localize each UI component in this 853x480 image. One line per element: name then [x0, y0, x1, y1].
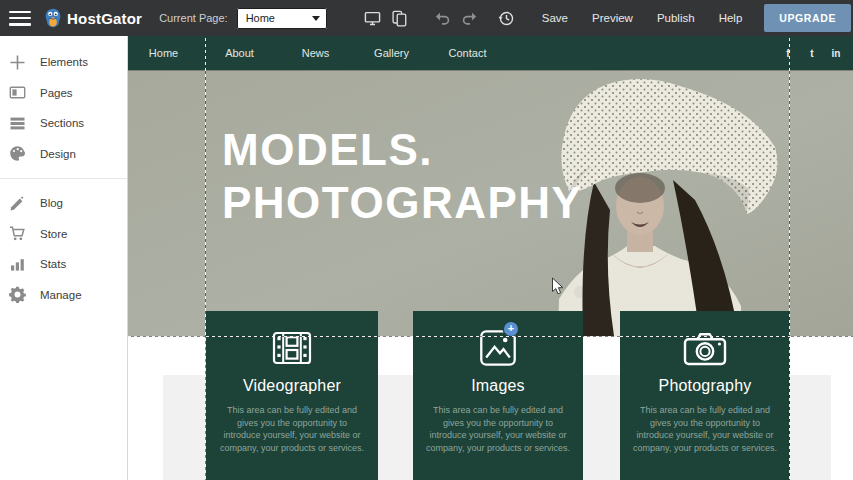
hamburger-icon[interactable] — [9, 11, 31, 26]
sidebar-item-blog[interactable]: Blog — [0, 188, 127, 219]
desktop-preview-icon[interactable] — [364, 10, 381, 27]
site-canvas: Home About News Gallery Contact f t in — [128, 36, 853, 480]
preview-button[interactable]: Preview — [580, 12, 645, 24]
card-videographer[interactable]: Videographer This area can be fully edit… — [206, 311, 378, 480]
site-nav-news[interactable]: News — [274, 47, 357, 59]
hero-section[interactable]: MODELS. PHOTOGRAPHY — [128, 70, 853, 336]
pages-icon — [9, 84, 26, 101]
hostgator-logo-icon — [42, 7, 64, 29]
help-button[interactable]: Help — [707, 12, 755, 24]
sidebar-divider — [0, 178, 127, 179]
card-title[interactable]: Images — [413, 377, 583, 395]
linkedin-icon[interactable]: in — [824, 48, 848, 59]
card-title[interactable]: Videographer — [206, 377, 378, 395]
sidebar-item-label: Blog — [40, 197, 63, 209]
hero-heading-line1: MODELS. — [222, 123, 582, 176]
sidebar-item-design[interactable]: Design — [0, 139, 127, 170]
site-nav-contact[interactable]: Contact — [426, 47, 509, 59]
film-icon — [272, 331, 312, 365]
publish-button[interactable]: Publish — [645, 12, 707, 24]
gear-icon — [9, 286, 26, 303]
upgrade-button[interactable]: UPGRADE — [764, 4, 851, 32]
mobile-preview-icon[interactable] — [391, 10, 408, 27]
sidebar-item-sections[interactable]: Sections — [0, 108, 127, 139]
sidebar-item-label: Manage — [40, 289, 82, 301]
card-icon-wrap: + — [413, 326, 583, 370]
sidebar-item-pages[interactable]: Pages — [0, 78, 127, 109]
plus-icon — [9, 54, 26, 71]
sidebar-item-label: Elements — [40, 56, 88, 68]
sidebar-item-elements[interactable]: Elements — [0, 47, 127, 78]
sidebar-item-label: Pages — [40, 87, 73, 99]
site-social-links: f t in — [776, 36, 848, 70]
add-image-badge-icon[interactable]: + — [504, 322, 518, 336]
editor-sidebar: Elements Pages Sections Design — [0, 36, 128, 480]
card-title[interactable]: Photography — [620, 377, 790, 395]
history-icon[interactable] — [498, 10, 515, 27]
card-description[interactable]: This area can be fully edited and gives … — [219, 404, 365, 454]
sidebar-item-store[interactable]: Store — [0, 219, 127, 250]
cart-icon — [9, 225, 26, 242]
sidebar-item-label: Design — [40, 148, 76, 160]
sidebar-item-manage[interactable]: Manage — [0, 280, 127, 311]
palette-icon — [9, 145, 26, 162]
save-button[interactable]: Save — [530, 12, 580, 24]
hero-heading-line2: PHOTOGRAPHY — [222, 176, 582, 229]
site-nav: Home About News Gallery Contact f t in — [128, 36, 853, 70]
sidebar-item-label: Sections — [40, 117, 84, 129]
redo-icon[interactable] — [461, 10, 478, 27]
brand-name: HostGator — [67, 10, 142, 27]
twitter-icon[interactable]: t — [800, 48, 824, 59]
card-icon-wrap — [620, 326, 790, 370]
sidebar-item-label: Stats — [40, 258, 66, 270]
toolbar-left: HostGator Current Page: Home — [0, 7, 327, 29]
pencil-icon — [9, 195, 26, 212]
chevron-down-icon — [312, 16, 320, 21]
site-nav-home[interactable]: Home — [122, 47, 205, 59]
facebook-icon[interactable]: f — [776, 48, 800, 59]
card-description[interactable]: This area can be fully edited and gives … — [426, 404, 570, 454]
site-nav-about[interactable]: About — [198, 47, 281, 59]
card-photography[interactable]: Photography This area can be fully edite… — [620, 311, 790, 480]
undo-icon[interactable] — [434, 10, 451, 27]
sidebar-item-stats[interactable]: Stats — [0, 249, 127, 280]
sidebar-item-label: Store — [40, 228, 68, 240]
sections-icon — [9, 115, 26, 132]
hero-heading[interactable]: MODELS. PHOTOGRAPHY — [222, 123, 582, 229]
current-page-label: Current Page: — [159, 12, 227, 24]
page-select-dropdown[interactable]: Home — [237, 8, 327, 29]
card-description[interactable]: This area can be fully edited and gives … — [633, 404, 777, 454]
card-icon-wrap — [206, 326, 378, 370]
page-select-value: Home — [246, 12, 275, 24]
toolbar-right: Save Preview Publish Help UPGRADE — [359, 4, 853, 32]
bar-chart-icon — [9, 256, 26, 273]
top-toolbar: HostGator Current Page: Home — [0, 0, 853, 36]
camera-icon — [683, 330, 727, 366]
site-nav-gallery[interactable]: Gallery — [350, 47, 433, 59]
hostgator-builder-window: HostGator Current Page: Home — [0, 0, 853, 480]
card-images[interactable]: + Images This area can be fully edited a… — [413, 311, 583, 480]
